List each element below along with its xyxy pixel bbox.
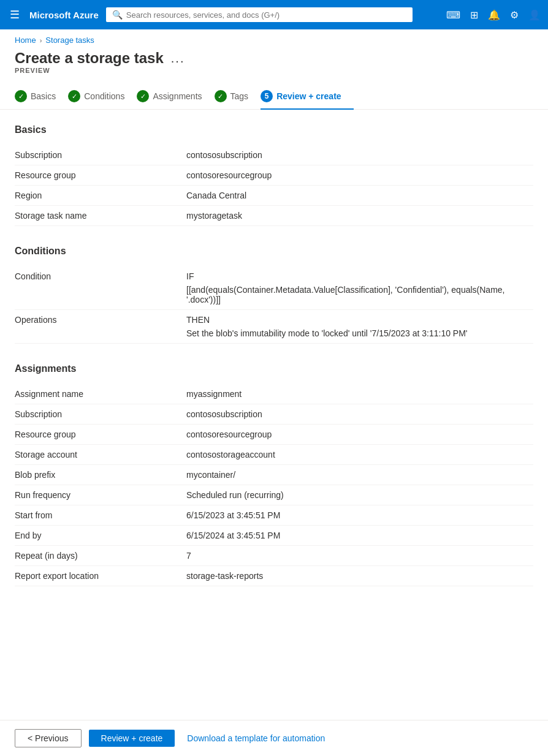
conditions-title: Conditions [15,246,533,257]
portal-icon[interactable]: ⊞ [470,9,478,21]
step-label-tags: Tags [230,91,249,101]
page-header: Create a storage task ... [0,47,548,67]
basics-resourcegroup-row: Resource group contosoresourcegroup [15,165,533,186]
assignments-name-row: Assignment name myassignment [15,384,533,404]
step-check-assignments: ✓ [137,90,149,102]
assignments-reportlocation-label: Report export location [15,571,186,581]
basics-taskname-row: Storage task name mystoragetask [15,206,533,226]
settings-icon[interactable]: ⚙ [510,9,519,21]
terminal-icon[interactable]: ⌨ [446,9,460,21]
azure-logo: Microsoft Azure [29,10,99,20]
condition-if: IF [186,271,533,281]
wizard-steps: ✓ Basics ✓ Conditions ✓ Assignments ✓ Ta… [0,84,548,110]
step-num-review: 5 [261,90,273,102]
notification-icon[interactable]: 🔔 [488,9,500,21]
assignments-endby-label: End by [15,531,186,540]
basics-resourcegroup-value: contosoresourcegroup [186,170,533,180]
basics-resourcegroup-label: Resource group [15,170,186,180]
basics-subscription-label: Subscription [15,150,186,160]
step-check-tags: ✓ [215,90,227,102]
assignments-name-label: Assignment name [15,389,186,399]
search-input[interactable] [126,10,406,20]
step-assignments[interactable]: ✓ Assignments [137,84,214,110]
preview-label: PREVIEW [0,67,548,84]
conditions-operations-label: Operations [15,315,186,325]
assignments-resourcegroup-value: contosoresourcegroup [186,429,533,439]
more-options-button[interactable]: ... [171,51,185,66]
assignments-subscription-value: contososubscription [186,409,533,419]
menu-icon[interactable]: ☰ [7,6,22,24]
operations-desc: Set the blob's immutability mode to 'loc… [186,328,533,338]
assignments-startfrom-row: Start from 6/15/2023 at 3:45:51 PM [15,505,533,526]
topbar: ☰ Microsoft Azure 🔍 ⌨ ⊞ 🔔 ⚙ 👤 [0,0,548,29]
search-bar[interactable]: 🔍 [106,7,413,22]
assignments-storageaccount-row: Storage account contosostorageaccount [15,445,533,465]
profile-icon[interactable]: 👤 [528,9,541,21]
main-content: Basics Subscription contososubscription … [0,110,548,667]
step-review[interactable]: 5 Review + create [261,84,353,110]
step-basics[interactable]: ✓ Basics [15,84,68,110]
assignments-subscription-row: Subscription contososubscription [15,404,533,425]
step-check-basics: ✓ [15,90,27,102]
basics-taskname-value: mystoragetask [186,211,533,221]
assignments-name-value: myassignment [186,389,533,399]
assignments-section: Assignments Assignment name myassignment… [15,363,533,586]
assignments-runfreq-label: Run frequency [15,490,186,500]
basics-region-value: Canada Central [186,191,533,200]
assignments-subscription-label: Subscription [15,409,186,419]
step-conditions[interactable]: ✓ Conditions [68,84,137,110]
step-label-review: Review + create [276,91,341,101]
assignments-repeat-value: 7 [186,551,533,561]
basics-region-row: Region Canada Central [15,186,533,206]
basics-section: Basics Subscription contososubscription … [15,124,533,226]
assignments-endby-row: End by 6/15/2024 at 3:45:51 PM [15,526,533,546]
conditions-section: Conditions Condition IF [[and(equals(Con… [15,246,533,344]
conditions-condition-label: Condition [15,271,186,281]
assignments-resourcegroup-label: Resource group [15,429,186,439]
page-title: Create a storage task [15,50,164,67]
basics-taskname-label: Storage task name [15,211,186,221]
assignments-storageaccount-value: contosostorageaccount [186,450,533,459]
assignments-runfreq-value: Scheduled run (recurring) [186,490,533,500]
step-label-assignments: Assignments [153,91,202,101]
basics-region-label: Region [15,191,186,200]
basics-subscription-value: contososubscription [186,150,533,160]
basics-subscription-row: Subscription contososubscription [15,145,533,165]
assignments-runfreq-row: Run frequency Scheduled run (recurring) [15,485,533,505]
assignments-endby-value: 6/15/2024 at 3:45:51 PM [186,531,533,540]
assignments-title: Assignments [15,363,533,374]
basics-title: Basics [15,124,533,135]
assignments-reportlocation-row: Report export location storage-task-repo… [15,566,533,586]
assignments-blobprefix-value: mycontainer/ [186,470,533,480]
search-icon: 🔍 [112,10,123,20]
assignments-blobprefix-row: Blob prefix mycontainer/ [15,465,533,485]
assignments-blobprefix-label: Blob prefix [15,470,186,480]
assignments-startfrom-label: Start from [15,510,186,520]
conditions-operations-row: Operations THEN Set the blob's immutabil… [15,310,533,344]
assignments-reportlocation-value: storage-task-reports [186,571,533,581]
assignments-repeat-row: Repeat (in days) 7 [15,546,533,566]
conditions-operations-value: THEN Set the blob's immutability mode to… [186,315,533,338]
breadcrumb: Home › Storage tasks [0,29,548,47]
condition-expr: [[and(equals(Container.Metadata.Value[Cl… [186,285,533,304]
step-label-conditions: Conditions [84,91,124,101]
breadcrumb-home[interactable]: Home [15,36,36,45]
operations-then: THEN [186,315,533,325]
assignments-repeat-label: Repeat (in days) [15,551,186,561]
assignments-startfrom-value: 6/15/2023 at 3:45:51 PM [186,510,533,520]
assignments-resourcegroup-row: Resource group contosoresourcegroup [15,425,533,445]
breadcrumb-sep-1: › [40,37,42,44]
assignments-storageaccount-label: Storage account [15,450,186,459]
conditions-condition-row: Condition IF [[and(equals(Container.Meta… [15,266,533,310]
step-label-basics: Basics [31,91,56,101]
step-check-conditions: ✓ [68,90,80,102]
topbar-icons: ⌨ ⊞ 🔔 ⚙ 👤 [446,9,541,21]
breadcrumb-storage-tasks[interactable]: Storage tasks [45,36,94,45]
conditions-condition-value: IF [[and(equals(Container.Metadata.Value… [186,271,533,304]
step-tags[interactable]: ✓ Tags [215,84,261,110]
